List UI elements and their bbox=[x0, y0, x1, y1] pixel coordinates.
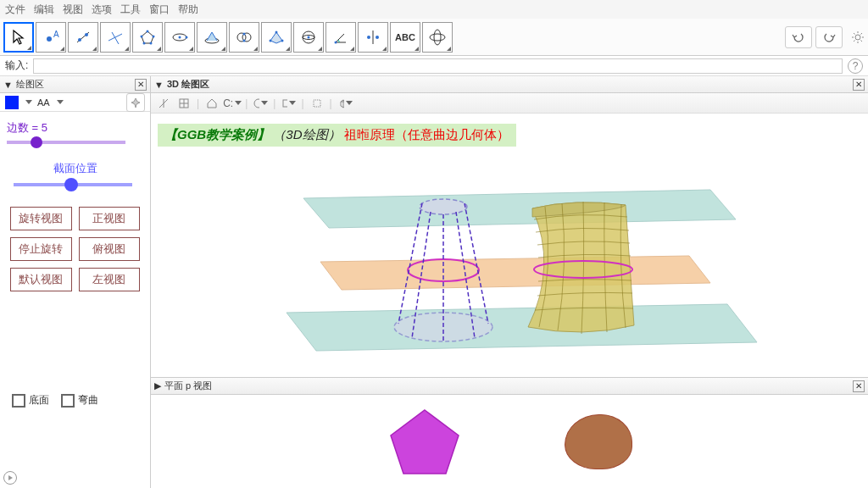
rotate-icon[interactable] bbox=[253, 96, 268, 111]
tool-plane[interactable] bbox=[261, 22, 292, 53]
svg-point-12 bbox=[186, 36, 188, 38]
clipping-icon[interactable] bbox=[281, 96, 296, 111]
graphics-panel-title: 绘图区 bbox=[16, 78, 44, 91]
menu-view[interactable]: 视图 bbox=[63, 3, 83, 17]
svg-point-17 bbox=[243, 39, 246, 42]
main-toolbar: A ABC bbox=[0, 19, 868, 56]
snap-icon[interactable]: C: bbox=[225, 96, 240, 111]
lesson-title-banner: 【GGB教学案例】 （3D绘图） 祖暅原理（任意曲边几何体） bbox=[158, 124, 516, 147]
tool-circle[interactable] bbox=[164, 22, 195, 53]
slider-edges-label: 边数 = 5 bbox=[7, 120, 143, 136]
svg-point-44 bbox=[254, 99, 259, 108]
close-planeview[interactable]: ✕ bbox=[853, 380, 865, 392]
left-panel: ▼ 绘图区 ✕ AA 边数 = 5 截面位置 旋转视图 正视图 停止旋转 俯视图… bbox=[0, 76, 151, 488]
menu-edit[interactable]: 编辑 bbox=[34, 3, 54, 17]
checkbox-base[interactable] bbox=[12, 394, 25, 408]
svg-point-27 bbox=[376, 36, 379, 39]
plane-canvas[interactable] bbox=[151, 395, 868, 488]
projection-icon[interactable] bbox=[309, 96, 325, 111]
svg-point-26 bbox=[367, 36, 370, 39]
view-cube-icon[interactable] bbox=[337, 96, 353, 111]
btn-default-view[interactable]: 默认视图 bbox=[10, 268, 72, 291]
tool-perpendicular[interactable] bbox=[100, 22, 131, 53]
slider-section[interactable] bbox=[14, 183, 132, 186]
graphics-panel-header: ▼ 绘图区 ✕ bbox=[0, 76, 150, 93]
style-bar: AA bbox=[0, 93, 150, 112]
input-label: 输入: bbox=[5, 58, 28, 73]
svg-point-16 bbox=[243, 32, 246, 35]
graphics-view[interactable]: 边数 = 5 截面位置 旋转视图 正视图 停止旋转 俯视图 默认视图 左视图 底… bbox=[0, 112, 150, 488]
menu-tools[interactable]: 工具 bbox=[120, 3, 141, 17]
slider-edges[interactable] bbox=[7, 141, 125, 144]
btn-stop-rotate[interactable]: 停止旋转 bbox=[10, 237, 72, 261]
tool-intersect-two[interactable] bbox=[229, 22, 259, 53]
svg-point-9 bbox=[141, 35, 143, 37]
blob-shape bbox=[565, 414, 632, 469]
checkbox-curved-label: 弯曲 bbox=[78, 393, 98, 408]
svg-line-36 bbox=[861, 40, 863, 42]
svg-point-47 bbox=[420, 199, 467, 214]
svg-point-11 bbox=[179, 36, 181, 38]
svg-point-30 bbox=[855, 35, 860, 40]
menu-help[interactable]: 帮助 bbox=[178, 3, 198, 17]
svg-text:A: A bbox=[53, 30, 59, 39]
slider-section-label: 截面位置 bbox=[7, 161, 143, 176]
tool-angle[interactable] bbox=[326, 22, 356, 53]
axes-toggle[interactable] bbox=[156, 96, 171, 111]
3d-canvas[interactable]: 【GGB教学案例】 （3D绘图） 祖暅原理（任意曲边几何体） bbox=[151, 114, 868, 377]
text-style[interactable]: AA bbox=[37, 97, 50, 108]
settings-gear-icon[interactable] bbox=[851, 30, 865, 44]
svg-point-6 bbox=[153, 35, 155, 37]
btn-left-view[interactable]: 左视图 bbox=[79, 268, 141, 291]
svg-point-0 bbox=[47, 36, 52, 42]
tool-point[interactable]: A bbox=[36, 22, 66, 53]
menu-options[interactable]: 选项 bbox=[92, 3, 112, 17]
svg-line-35 bbox=[854, 33, 855, 35]
redo-button[interactable] bbox=[815, 26, 843, 48]
view3d-toolbar: | C: | | | | bbox=[151, 93, 868, 114]
input-bar: 输入: ? bbox=[0, 56, 868, 76]
color-picker[interactable] bbox=[5, 96, 19, 109]
undo-button[interactable] bbox=[785, 26, 812, 48]
pentagon-shape bbox=[387, 406, 463, 478]
svg-point-3 bbox=[78, 38, 81, 42]
tool-sphere[interactable] bbox=[293, 22, 324, 53]
svg-point-20 bbox=[275, 30, 278, 33]
collapse-icon[interactable]: ▼ bbox=[3, 80, 13, 90]
svg-point-19 bbox=[281, 39, 284, 42]
menu-file[interactable]: 文件 bbox=[5, 3, 25, 17]
svg-point-8 bbox=[143, 42, 146, 44]
btn-rotate-view[interactable]: 旋转视图 bbox=[10, 207, 72, 230]
svg-point-28 bbox=[430, 34, 445, 41]
tool-rotate-view[interactable] bbox=[422, 22, 453, 53]
pin-icon[interactable] bbox=[126, 93, 145, 112]
tool-polygon[interactable] bbox=[132, 22, 163, 53]
tool-reflect[interactable] bbox=[358, 22, 388, 53]
btn-top-view[interactable]: 俯视图 bbox=[79, 237, 141, 261]
collapse-3d-icon[interactable]: ▼ bbox=[154, 80, 164, 90]
tool-intersect-curve[interactable] bbox=[197, 22, 227, 53]
play-animation[interactable] bbox=[3, 471, 17, 485]
grid-toggle[interactable] bbox=[176, 96, 192, 111]
svg-rect-45 bbox=[283, 100, 287, 107]
btn-front-view[interactable]: 正视图 bbox=[79, 207, 141, 230]
svg-point-29 bbox=[434, 30, 441, 45]
home-icon[interactable] bbox=[204, 96, 220, 111]
menu-window[interactable]: 窗口 bbox=[149, 3, 170, 17]
3d-scene bbox=[151, 147, 854, 385]
tool-text[interactable]: ABC bbox=[390, 22, 420, 53]
checkbox-curved[interactable] bbox=[61, 394, 75, 408]
menubar: 文件 编辑 视图 选项 工具 窗口 帮助 bbox=[0, 0, 868, 19]
tool-line[interactable] bbox=[68, 22, 98, 53]
svg-point-24 bbox=[335, 41, 337, 43]
command-input[interactable] bbox=[33, 58, 843, 74]
tool-move[interactable] bbox=[3, 22, 34, 53]
checkbox-base-label: 底面 bbox=[29, 393, 49, 408]
svg-line-37 bbox=[854, 40, 855, 42]
help-icon[interactable]: ? bbox=[848, 58, 863, 74]
close-graphics-panel[interactable]: ✕ bbox=[135, 79, 147, 91]
view3d-title: 3D 绘图区 bbox=[167, 78, 209, 91]
toolbar-right bbox=[785, 26, 865, 48]
svg-point-23 bbox=[308, 36, 310, 38]
close-3d-panel[interactable]: ✕ bbox=[853, 79, 865, 91]
